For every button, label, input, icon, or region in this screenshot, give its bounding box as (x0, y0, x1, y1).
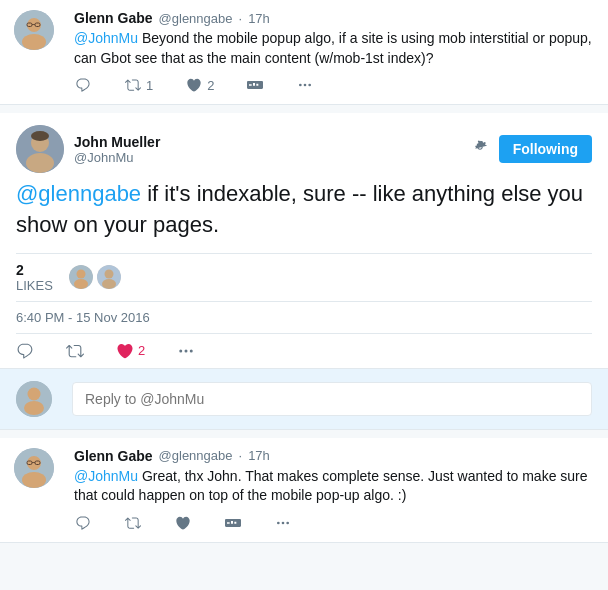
heart-icon (185, 76, 203, 94)
tweet-action-bar (74, 514, 594, 532)
retweet-button[interactable] (66, 342, 84, 360)
svg-point-7 (304, 84, 307, 87)
reply-icon (74, 76, 92, 94)
retweet-button[interactable] (124, 514, 142, 532)
retweet-icon (124, 514, 142, 532)
tweet-time: · (239, 448, 243, 463)
tweet-time-ago: 17h (248, 11, 270, 26)
like-count: 2 (207, 78, 214, 93)
svg-point-18 (102, 279, 116, 289)
more-button[interactable] (274, 514, 292, 532)
heart-count: 2 (138, 343, 145, 358)
main-tweet-header: John Mueller @JohnMu Following (16, 125, 592, 173)
svg-point-15 (74, 279, 88, 289)
likes-count-block: 2 LIKES (16, 262, 53, 293)
more-button[interactable] (296, 76, 314, 94)
likes-section: 2 LIKES (16, 253, 592, 302)
reply-button[interactable] (74, 514, 92, 532)
main-tweet-user-name[interactable]: John Mueller (74, 134, 160, 150)
reply-button[interactable] (74, 76, 92, 94)
section-divider (0, 105, 608, 113)
svg-point-6 (299, 84, 302, 87)
tweet-user-name[interactable]: Glenn Gabe (74, 448, 153, 464)
likes-avatar-2[interactable] (97, 265, 121, 289)
reply-button[interactable] (16, 342, 34, 360)
tweet-user-handle[interactable]: @glenngabe (159, 448, 233, 463)
main-tweet-user-handle[interactable]: @JohnMu (74, 150, 160, 165)
likes-avatar-1[interactable] (69, 265, 93, 289)
reply-box (0, 369, 608, 430)
avatar[interactable] (14, 10, 54, 50)
tweet-mention[interactable]: @JohnMu (74, 468, 138, 484)
main-tweet-footer-actions: 2 (16, 334, 592, 368)
svg-point-2 (22, 34, 46, 50)
svg-point-8 (309, 84, 312, 87)
main-tweet-mention[interactable]: @glenngabe (16, 181, 141, 206)
more-icon (296, 76, 314, 94)
tweet-user-name[interactable]: Glenn Gabe (74, 10, 153, 26)
svg-point-23 (28, 387, 41, 400)
svg-point-21 (190, 349, 193, 352)
reply-icon (16, 342, 34, 360)
main-tweet-user-text: John Mueller @JohnMu (74, 134, 160, 165)
retweet-icon (66, 342, 84, 360)
svg-point-14 (76, 270, 85, 279)
likes-avatars (69, 265, 121, 289)
heart-icon (116, 342, 134, 360)
tweet-time: · (239, 11, 243, 26)
section-divider-2 (0, 430, 608, 438)
tweet-text: @JohnMu Great, thx John. That makes comp… (74, 467, 594, 506)
like-button[interactable]: 2 (116, 342, 145, 360)
tweet-timestamp: 6:40 PM - 15 Nov 2016 (16, 302, 592, 334)
avatar[interactable] (14, 448, 54, 488)
gear-icon[interactable] (471, 138, 489, 160)
tweet-text: @JohnMu Beyond the mobile popup algo, if… (74, 29, 594, 68)
svg-point-26 (27, 456, 41, 470)
stats-icon (246, 76, 264, 94)
retweet-icon (124, 76, 142, 94)
like-button[interactable] (174, 514, 192, 532)
retweet-button[interactable]: 1 (124, 76, 153, 94)
likes-number: 2 (16, 262, 53, 278)
tweet-action-bar: 1 2 (74, 76, 594, 94)
main-tweet-right-actions: Following (471, 135, 592, 163)
retweet-count: 1 (146, 78, 153, 93)
svg-point-12 (31, 131, 49, 141)
main-tweet-card: John Mueller @JohnMu Following @glenngab… (0, 113, 608, 369)
tweet-time-ago: 17h (248, 448, 270, 463)
tweet-user-handle[interactable]: @glenngabe (159, 11, 233, 26)
svg-point-1 (27, 18, 41, 32)
avatar[interactable] (16, 125, 64, 173)
follow-button[interactable]: Following (499, 135, 592, 163)
tweet-mention[interactable]: @JohnMu (74, 30, 138, 46)
stats-icon (224, 514, 242, 532)
main-tweet-text: @glenngabe if it's indexable, sure -- li… (16, 179, 592, 241)
top-tweet-card: Glenn Gabe @glenngabe · 17h @JohnMu Beyo… (0, 0, 608, 105)
more-icon (177, 342, 195, 360)
stats-button[interactable] (224, 514, 242, 532)
svg-point-19 (179, 349, 182, 352)
more-button[interactable] (177, 342, 195, 360)
heart-icon (174, 514, 192, 532)
svg-point-20 (185, 349, 188, 352)
stats-button[interactable] (246, 76, 264, 94)
reply-user-avatar (16, 381, 52, 417)
reply-icon (74, 514, 92, 532)
svg-point-24 (24, 401, 44, 415)
more-icon (274, 514, 292, 532)
svg-point-32 (282, 522, 285, 525)
svg-point-17 (104, 270, 113, 279)
reply-input[interactable] (72, 382, 592, 416)
likes-label: LIKES (16, 278, 53, 293)
like-button[interactable]: 2 (185, 76, 214, 94)
svg-point-11 (26, 153, 54, 173)
bottom-tweet-card: Glenn Gabe @glenngabe · 17h @JohnMu Grea… (0, 438, 608, 543)
svg-point-27 (22, 472, 46, 488)
main-tweet-user-info: John Mueller @JohnMu (16, 125, 160, 173)
svg-point-33 (286, 522, 289, 525)
svg-point-31 (277, 522, 280, 525)
